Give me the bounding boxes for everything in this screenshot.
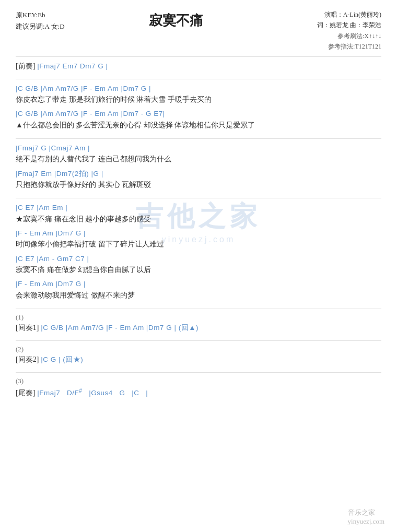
interlude2-section: (2) [间奏2] |C G | (回★) — [16, 345, 381, 365]
key-original: 原KEY:Eb — [16, 9, 65, 21]
chorus-lyrics2: 时间像笨小偷把幸福打破 留下了碎片让人难过 — [16, 239, 381, 250]
verse1-chords1: |C G/B |Am Am7/G |F - Em Am |Dm7 G | — [16, 84, 381, 94]
song-title: 寂寞不痛 — [65, 9, 287, 30]
strum-ref: 参考刷法:X↑↓↑↓ — [287, 31, 381, 41]
interlude1-chords: |C G/B |Am Am7/G |F - Em Am |Dm7 G | (回▲… — [41, 324, 198, 332]
footer-logo-text: 音乐之家 — [348, 509, 375, 516]
verse2-section: |Fmaj7 G |Cmaj7 Am | 绝不是有别的人替代我了 连自己都想问我… — [16, 143, 381, 191]
verse2-chords2: |Fmaj7 Em |Dm7(2拍) |G | — [16, 169, 381, 179]
chorus-chords4: |F - Em Am |Dm7 G | — [16, 279, 381, 289]
interlude2-num: (2) — [16, 345, 381, 353]
verse2-lyrics1: 绝不是有别的人替代我了 连自己都想问我为什么 — [16, 153, 381, 165]
interlude2-chords: |C G | (回★) — [41, 356, 83, 363]
chorus-chords3: |C E7 |Am - Gm7 C7 | — [16, 254, 381, 264]
outro-chords: |Fmaj7 D/F# |Gsus4 G |C | — [37, 389, 148, 397]
verse1-chords2: |C G/B |Am Am7/G |F - Em Am |Dm7 - G E7| — [16, 109, 381, 119]
finger-ref: 参考指法:T121T121 — [287, 41, 381, 52]
interlude1-row: [间奏1] |C G/B |Am Am7/G |F - Em Am |Dm7 G… — [16, 323, 381, 333]
chorus-section: |C E7 |Am Em | ★寂寞不痛 痛在念旧 越小的事越多的感受 |F -… — [16, 203, 381, 301]
outro-row: [尾奏] |Fmaj7 D/F# |Gsus4 G |C | — [16, 386, 381, 398]
chorus-lyrics1: ★寂寞不痛 痛在念旧 越小的事越多的感受 — [16, 214, 381, 225]
prelude-chords: |Fmaj7 Em7 Dm7 G | — [37, 62, 108, 70]
key-suggest: 建议另调:A 女:D — [16, 21, 65, 32]
chorus-group4: |F - Em Am |Dm7 G | 会来激动吻我用爱悔过 做醒不来的梦 — [16, 279, 381, 301]
divider-4 — [16, 309, 381, 309]
singer: 演唱：A-Lin(黄丽玲) — [287, 9, 381, 20]
verse1-lyrics2: ▲什么都总会旧的 多么苦涩无奈的心得 却没选择 体谅地相信你只是爱累了 — [16, 120, 381, 131]
divider-5 — [16, 340, 381, 341]
footer-logo: 音乐之家 yinyuezj.com — [348, 508, 384, 526]
chorus-chords1: |C E7 |Am Em | — [16, 203, 381, 213]
divider-2 — [16, 138, 381, 139]
verse2-group2: |Fmaj7 Em |Dm7(2拍) |G | 只抱抱你就放手像好好的 其实心 … — [16, 169, 381, 191]
interlude3-num: (3) — [16, 377, 381, 385]
chorus-group3: |C E7 |Am - Gm7 C7 | 寂寞不痛 痛在做梦 幻想当你自由腻了以… — [16, 254, 381, 276]
verse1-group2: |C G/B |Am Am7/G |F - Em Am |Dm7 - G E7|… — [16, 109, 381, 131]
interlude1-num: (1) — [16, 313, 381, 322]
interlude2-row: [间奏2] |C G | (回★) — [16, 354, 381, 365]
header-divider — [16, 56, 381, 57]
interlude1-label: [间奏1] — [16, 324, 39, 332]
divider-1 — [16, 79, 381, 79]
header: 原KEY:Eb 建议另调:A 女:D 寂寞不痛 演唱：A-Lin(黄丽玲) 词：… — [16, 9, 381, 52]
verse2-group1: |Fmaj7 G |Cmaj7 Am | 绝不是有别的人替代我了 连自己都想问我… — [16, 143, 381, 165]
chorus-chords2: |F - Em Am |Dm7 G | — [16, 228, 381, 239]
verse1-lyrics1: 你皮衣忘了带走 那是我们旅行的时候 淋着大雪 手暖手去买的 — [16, 94, 381, 105]
divider-3 — [16, 198, 381, 198]
lyricist: 词：姚若龙 曲：李荣浩 — [287, 20, 381, 30]
header-left: 原KEY:Eb 建议另调:A 女:D — [16, 9, 65, 32]
footer-url: yinyuezj.com — [348, 517, 384, 525]
divider-6 — [16, 372, 381, 373]
chorus-lyrics3: 寂寞不痛 痛在做梦 幻想当你自由腻了以后 — [16, 264, 381, 276]
header-right: 演唱：A-Lin(黄丽玲) 词：姚若龙 曲：李荣浩 参考刷法:X↑↓↑↓ 参考指… — [287, 9, 381, 52]
verse2-chords1: |Fmaj7 G |Cmaj7 Am | — [16, 143, 381, 153]
verse1-group1: |C G/B |Am Am7/G |F - Em Am |Dm7 G | 你皮衣… — [16, 84, 381, 106]
outro-section: (3) [尾奏] |Fmaj7 D/F# |Gsus4 G |C | — [16, 377, 381, 398]
prelude-label: [前奏] — [16, 62, 35, 70]
interlude1-section: (1) [间奏1] |C G/B |Am Am7/G |F - Em Am |D… — [16, 313, 381, 333]
chorus-group1: |C E7 |Am Em | ★寂寞不痛 痛在念旧 越小的事越多的感受 — [16, 203, 381, 225]
verse2-lyrics2: 只抱抱你就放手像好好的 其实心 瓦解斑驳 — [16, 179, 381, 191]
interlude2-label: [间奏2] — [16, 356, 39, 363]
verse1-section: |C G/B |Am Am7/G |F - Em Am |Dm7 G | 你皮衣… — [16, 84, 381, 131]
chorus-lyrics4: 会来激动吻我用爱悔过 做醒不来的梦 — [16, 290, 381, 301]
prelude-row: [前奏] |Fmaj7 Em7 Dm7 G | — [16, 61, 381, 72]
chorus-group2: |F - Em Am |Dm7 G | 时间像笨小偷把幸福打破 留下了碎片让人难… — [16, 228, 381, 251]
page: 原KEY:Eb 建议另调:A 女:D 寂寞不痛 演唱：A-Lin(黄丽玲) 词：… — [0, 0, 397, 532]
outro-label: [尾奏] — [16, 389, 35, 397]
prelude-section: [前奏] |Fmaj7 Em7 Dm7 G | — [16, 61, 381, 72]
